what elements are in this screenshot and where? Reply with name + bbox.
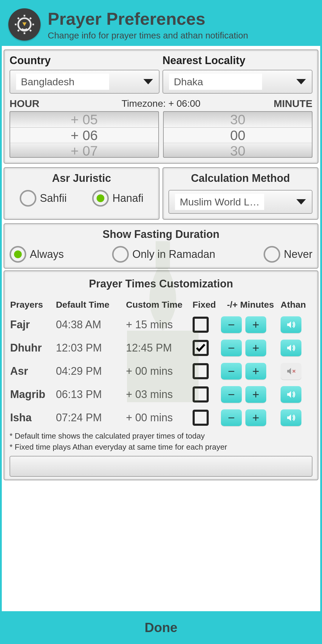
large-action-button[interactable] bbox=[10, 456, 312, 477]
plus-button[interactable]: + bbox=[245, 386, 266, 403]
plus-button[interactable]: + bbox=[245, 340, 266, 356]
col-minutes: -/+ Minutes bbox=[221, 297, 280, 313]
fixed-checkbox[interactable] bbox=[193, 410, 209, 426]
location-panel: Country Bangladesh Nearest Locality Dhak… bbox=[4, 49, 318, 164]
table-row: Isha07:24 PM+ 00 mins−+ bbox=[10, 406, 312, 429]
default-time: 04:38 AM bbox=[56, 313, 125, 336]
fixed-checkbox[interactable] bbox=[193, 386, 209, 402]
col-default: Default Time bbox=[56, 297, 125, 313]
minute-label: MINUTE bbox=[211, 98, 312, 109]
fixed-checkbox[interactable] bbox=[193, 340, 209, 356]
default-time: 07:24 PM bbox=[56, 406, 125, 429]
fixed-checkbox[interactable] bbox=[193, 317, 209, 333]
plus-button[interactable]: + bbox=[245, 316, 266, 333]
chevron-down-icon bbox=[296, 79, 306, 84]
prayer-times-table: Prayers Default Time Custom Time Fixed -… bbox=[10, 296, 312, 430]
locality-dropdown[interactable]: Dhaka bbox=[162, 70, 312, 94]
minus-button[interactable]: − bbox=[221, 316, 242, 333]
col-prayers: Prayers bbox=[10, 297, 55, 313]
locality-label: Nearest Locality bbox=[162, 54, 312, 67]
plus-button[interactable]: + bbox=[245, 363, 266, 380]
radio-ramadan[interactable]: Only in Ramadan bbox=[112, 246, 215, 263]
table-row: Dhuhr12:03 PM12:45 PM−+ bbox=[10, 337, 312, 359]
radio-ramadan-label: Only in Ramadan bbox=[132, 248, 215, 261]
minute-prev: 30 bbox=[164, 112, 312, 127]
settings-icon bbox=[8, 8, 41, 41]
table-row: Magrib06:13 PM+ 03 mins−+ bbox=[10, 383, 312, 406]
plus-button[interactable]: + bbox=[245, 409, 266, 426]
athan-toggle[interactable] bbox=[281, 386, 301, 403]
minus-button[interactable]: − bbox=[221, 363, 242, 380]
country-label: Country bbox=[10, 54, 160, 67]
radio-hanafi[interactable]: Hanafi bbox=[92, 190, 143, 207]
minute-next: 30 bbox=[164, 143, 312, 158]
radio-always-label: Always bbox=[30, 248, 64, 261]
minute-selected: 00 bbox=[164, 127, 312, 143]
athan-toggle[interactable] bbox=[281, 340, 301, 356]
radio-never[interactable]: Never bbox=[264, 246, 312, 263]
fasting-title: Show Fasting Duration bbox=[10, 228, 312, 241]
calc-method-dropdown[interactable]: Muslim World L… bbox=[168, 190, 312, 214]
calc-method-value: Muslim World L… bbox=[175, 194, 264, 210]
country-dropdown[interactable]: Bangladesh bbox=[10, 70, 160, 94]
custom-time: 12:45 PM bbox=[126, 337, 192, 359]
minus-button[interactable]: − bbox=[221, 386, 242, 403]
hour-prev: + 05 bbox=[10, 112, 158, 127]
prayer-name: Asr bbox=[10, 360, 55, 383]
custom-time: + 03 mins bbox=[126, 383, 192, 406]
hour-label: HOUR bbox=[10, 98, 111, 109]
minus-button[interactable]: − bbox=[221, 340, 242, 356]
radio-sahfii-label: Sahfii bbox=[40, 192, 67, 205]
col-athan: Athan bbox=[281, 297, 312, 313]
col-custom: Custom Time bbox=[126, 297, 192, 313]
done-button[interactable]: Done bbox=[0, 611, 322, 644]
table-row: Asr04:29 PM+ 00 mins−+ bbox=[10, 360, 312, 383]
fixed-checkbox[interactable] bbox=[193, 363, 209, 379]
page-title: Prayer Preferences bbox=[48, 9, 248, 29]
calc-title: Calculation Method bbox=[168, 172, 312, 185]
default-time: 12:03 PM bbox=[56, 337, 125, 359]
minute-spinner[interactable]: 30 00 30 bbox=[163, 111, 312, 158]
fasting-panel: Show Fasting Duration Always Only in Ram… bbox=[4, 223, 318, 269]
timezone-text: Timezone: + 06:00 bbox=[111, 98, 212, 109]
prayer-name: Fajr bbox=[10, 313, 55, 336]
asr-panel: Asr Juristic Sahfii Hanafi bbox=[4, 167, 160, 220]
radio-never-label: Never bbox=[284, 248, 312, 261]
chevron-down-icon bbox=[296, 199, 306, 205]
custom-time: + 15 mins bbox=[126, 313, 192, 336]
athan-toggle[interactable] bbox=[281, 363, 301, 380]
hour-next: + 07 bbox=[10, 143, 158, 158]
page-subtitle: Change info for prayer times and athan n… bbox=[48, 30, 248, 41]
customization-title: Prayer Times Customization bbox=[10, 278, 312, 290]
default-time: 06:13 PM bbox=[56, 383, 125, 406]
asr-title: Asr Juristic bbox=[10, 172, 154, 185]
prayer-name: Magrib bbox=[10, 383, 55, 406]
default-time: 04:29 PM bbox=[56, 360, 125, 383]
calc-panel: Calculation Method Muslim World L… bbox=[162, 167, 318, 220]
table-row: Fajr04:38 AM+ 15 mins−+ bbox=[10, 313, 312, 336]
hour-selected: + 06 bbox=[10, 127, 158, 143]
hour-spinner[interactable]: + 05 + 06 + 07 bbox=[10, 111, 159, 158]
footnote-1: * Default time shows the calculated pray… bbox=[10, 431, 312, 441]
prayer-name: Isha bbox=[10, 406, 55, 429]
footnote-2: * Fixed time plays Athan everyday at sam… bbox=[10, 442, 312, 452]
athan-toggle[interactable] bbox=[281, 316, 301, 333]
customization-panel: Prayer Times Customization Prayers Defau… bbox=[4, 270, 318, 480]
minus-button[interactable]: − bbox=[221, 409, 242, 426]
col-fixed: Fixed bbox=[193, 297, 220, 313]
header: Prayer Preferences Change info for praye… bbox=[0, 0, 322, 46]
locality-value: Dhaka bbox=[169, 74, 262, 90]
country-value: Bangladesh bbox=[16, 74, 109, 90]
athan-toggle[interactable] bbox=[281, 409, 301, 426]
radio-sahfii[interactable]: Sahfii bbox=[20, 190, 67, 207]
custom-time: + 00 mins bbox=[126, 406, 192, 429]
done-label: Done bbox=[145, 620, 177, 635]
radio-hanafi-label: Hanafi bbox=[112, 192, 143, 205]
custom-time: + 00 mins bbox=[126, 360, 192, 383]
radio-always[interactable]: Always bbox=[10, 246, 64, 263]
prayer-name: Dhuhr bbox=[10, 337, 55, 359]
chevron-down-icon bbox=[143, 79, 153, 84]
